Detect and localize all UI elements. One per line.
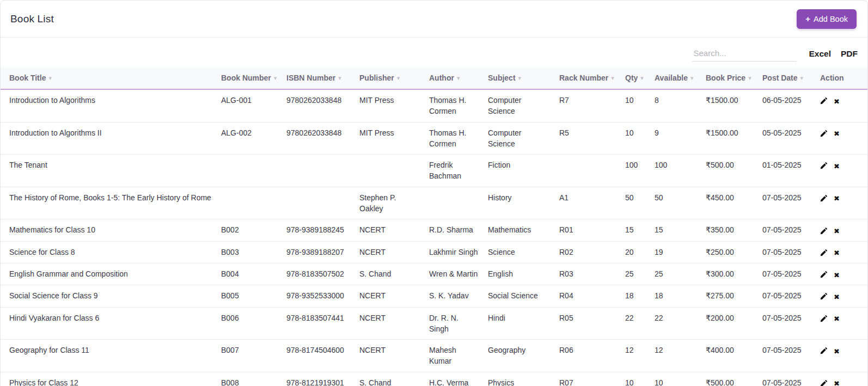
- edit-button[interactable]: [820, 292, 828, 301]
- cell-author: Thomas H. Cormen: [425, 122, 484, 155]
- cell-subject: Mathematics: [484, 219, 555, 241]
- cell-post-date: 07-05-2025: [758, 187, 816, 219]
- search-input[interactable]: [692, 46, 797, 62]
- table-row: The Tenant Fredrik Bachman Fiction 100 1…: [1, 155, 867, 187]
- cell-post-date: 01-05-2025: [758, 155, 816, 187]
- column-header-title[interactable]: Book Title▾: [1, 67, 217, 89]
- table-row: Mathematics for Class 10 B002 978-938918…: [1, 219, 867, 241]
- delete-button[interactable]: ✖: [834, 195, 840, 202]
- cell-isbn-number: 978-8183507502: [282, 263, 355, 285]
- cell-action: ✖: [816, 187, 867, 219]
- edit-button[interactable]: [820, 194, 828, 203]
- cell-rack-number: R05: [555, 307, 621, 340]
- cell-qty: 100: [621, 155, 650, 187]
- cell-qty: 10: [621, 122, 650, 155]
- cell-publisher: S. Chand: [355, 263, 425, 285]
- delete-button[interactable]: ✖: [834, 272, 840, 279]
- table-row: Introduction to Algorithms ALG-001 97802…: [1, 89, 867, 122]
- cell-book-title: Hindi Vyakaran for Class 6: [1, 307, 217, 340]
- cell-isbn-number: [282, 187, 355, 219]
- cell-book-price: ₹250.00: [701, 241, 758, 263]
- cell-rack-number: R02: [555, 241, 621, 263]
- delete-button[interactable]: ✖: [834, 228, 840, 235]
- cell-post-date: 07-05-2025: [758, 372, 816, 386]
- cell-subject: Science: [484, 241, 555, 263]
- cell-book-price: ₹500.00: [701, 155, 758, 187]
- pencil-icon: [820, 194, 828, 202]
- cell-isbn-number: 978-9389188245: [282, 219, 355, 241]
- cell-author: H.C. Verma: [425, 372, 484, 386]
- cell-post-date: 06-05-2025: [758, 89, 816, 122]
- export-pdf-button[interactable]: PDF: [841, 49, 858, 59]
- cell-book-number: B002: [217, 219, 282, 241]
- cell-action: ✖: [816, 372, 867, 386]
- cell-rack-number: R06: [555, 340, 621, 372]
- column-header-qty[interactable]: Qty▾: [621, 67, 650, 89]
- cell-book-price: ₹275.00: [701, 285, 758, 307]
- cell-isbn-number: 978-8183507441: [282, 307, 355, 340]
- column-header-isbn[interactable]: ISBN Number▾: [282, 67, 355, 89]
- delete-button[interactable]: ✖: [834, 249, 840, 256]
- edit-button[interactable]: [820, 347, 828, 356]
- delete-button[interactable]: ✖: [834, 293, 840, 301]
- pencil-icon: [820, 130, 828, 137]
- edit-button[interactable]: [820, 130, 828, 138]
- cell-book-title: Physics for Class 12: [1, 372, 217, 386]
- cell-publisher: S. Chand: [355, 372, 425, 386]
- edit-button[interactable]: [820, 315, 828, 323]
- delete-button[interactable]: ✖: [834, 98, 840, 105]
- edit-button[interactable]: [820, 97, 828, 106]
- cell-book-number: ALG-001: [217, 89, 282, 122]
- cell-book-price: ₹350.00: [701, 219, 758, 241]
- export-buttons: Excel PDF: [809, 49, 858, 59]
- pencil-icon: [820, 347, 828, 354]
- column-header-label: Rack Number: [559, 73, 608, 82]
- sort-chevron-icon: ▾: [800, 75, 804, 81]
- delete-button[interactable]: ✖: [834, 163, 840, 170]
- book-table: Book Title▾ Book Number▾ ISBN Number▾ Pu…: [1, 67, 867, 386]
- table-row: Physics for Class 12 B008 978-8121919301…: [1, 372, 867, 386]
- cell-available: 8: [650, 89, 701, 122]
- cell-book-price: ₹1500.00: [701, 89, 758, 122]
- cell-action: ✖: [816, 122, 867, 155]
- cell-rack-number: A1: [555, 187, 621, 219]
- cell-book-price: ₹300.00: [701, 263, 758, 285]
- cell-book-number: B005: [217, 285, 282, 307]
- column-header-book_number[interactable]: Book Number▾: [217, 67, 282, 89]
- cell-isbn-number: 978-8174504600: [282, 340, 355, 372]
- edit-button[interactable]: [820, 379, 828, 386]
- column-header-post_date[interactable]: Post Date▾: [758, 67, 816, 89]
- delete-button[interactable]: ✖: [834, 130, 840, 137]
- edit-button[interactable]: [820, 249, 828, 258]
- column-header-subject[interactable]: Subject▾: [484, 67, 555, 89]
- plus-icon: +: [805, 15, 810, 23]
- column-header-available[interactable]: Available▾: [650, 67, 701, 89]
- cell-publisher: NCERT: [355, 340, 425, 372]
- edit-button[interactable]: [820, 271, 828, 279]
- cell-rack-number: R03: [555, 263, 621, 285]
- pencil-icon: [820, 379, 828, 386]
- column-header-label: Author: [429, 73, 454, 82]
- cell-post-date: 07-05-2025: [758, 263, 816, 285]
- edit-button[interactable]: [820, 162, 828, 170]
- add-book-button[interactable]: + Add Book: [797, 9, 857, 29]
- delete-button[interactable]: ✖: [834, 348, 840, 355]
- cell-action: ✖: [816, 155, 867, 187]
- cell-subject: Computer Science: [484, 89, 555, 122]
- cell-post-date: 05-05-2025: [758, 122, 816, 155]
- cell-available: 9: [650, 122, 701, 155]
- column-header-rack[interactable]: Rack Number▾: [555, 67, 621, 89]
- column-header-price[interactable]: Book Price▾: [701, 67, 758, 89]
- sort-chevron-icon: ▾: [274, 75, 277, 81]
- column-header-publisher[interactable]: Publisher▾: [355, 67, 425, 89]
- cell-publisher: NCERT: [355, 285, 425, 307]
- edit-button[interactable]: [820, 227, 828, 236]
- delete-button[interactable]: ✖: [834, 380, 840, 386]
- cell-publisher: [355, 155, 425, 187]
- column-header-author[interactable]: Author▾: [425, 67, 484, 89]
- page-title: Book List: [10, 13, 54, 25]
- cell-rack-number: R04: [555, 285, 621, 307]
- export-excel-button[interactable]: Excel: [809, 49, 831, 59]
- delete-button[interactable]: ✖: [834, 315, 840, 322]
- pencil-icon: [820, 97, 828, 105]
